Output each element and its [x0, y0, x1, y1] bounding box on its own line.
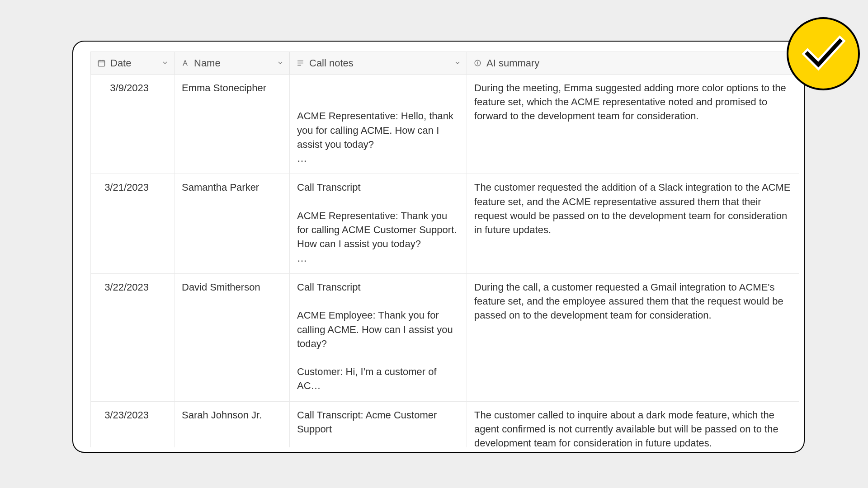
- cell-call-notes[interactable]: ACME Representative: Hello, thank you fo…: [290, 75, 467, 174]
- column-header-call-notes[interactable]: Call notes: [290, 52, 467, 75]
- cell-ai-summary[interactable]: The customer called to inquire about a d…: [467, 401, 799, 447]
- chevron-down-icon[interactable]: [161, 57, 169, 69]
- cell-name[interactable]: Samantha Parker: [175, 174, 290, 273]
- cell-name[interactable]: Emma Stonecipher: [175, 75, 290, 174]
- notes-icon: [296, 59, 305, 67]
- svg-rect-0: [98, 61, 104, 66]
- cell-ai-summary[interactable]: The customer requested the addition of a…: [467, 174, 799, 273]
- table-wrap: Date Name: [90, 52, 799, 447]
- cell-name[interactable]: David Smitherson: [175, 273, 290, 401]
- cell-date[interactable]: 3/23/2023: [91, 401, 175, 447]
- checkmark-icon: [800, 29, 847, 78]
- column-header-date[interactable]: Date: [91, 52, 175, 75]
- approved-badge: [787, 17, 860, 90]
- column-header-call-notes-label: Call notes: [309, 57, 354, 69]
- cell-call-notes[interactable]: Call Transcript ACME Employee: Thank you…: [290, 273, 467, 401]
- table-header-row: Date Name: [91, 52, 799, 75]
- table-row[interactable]: 3/23/2023 Sarah Johnson Jr. Call Transcr…: [91, 401, 799, 447]
- cell-ai-summary[interactable]: During the meeting, Emma suggested addin…: [467, 75, 799, 174]
- table-row[interactable]: 3/21/2023 Samantha Parker Call Transcrip…: [91, 174, 799, 273]
- cell-date[interactable]: 3/21/2023: [91, 174, 175, 273]
- call-log-table: Date Name: [90, 52, 799, 447]
- cell-date[interactable]: 3/9/2023: [91, 75, 175, 174]
- cell-call-notes[interactable]: Call Transcript ACME Representative: Tha…: [290, 174, 467, 273]
- column-header-ai-summary-label: AI summary: [486, 57, 539, 69]
- table-row[interactable]: 3/9/2023 Emma Stonecipher ACME Represent…: [91, 75, 799, 174]
- table-row[interactable]: 3/22/2023 David Smitherson Call Transcri…: [91, 273, 799, 401]
- column-header-ai-summary[interactable]: AI summary: [467, 52, 799, 75]
- calendar-icon: [97, 59, 106, 67]
- sparkle-icon: [473, 59, 482, 67]
- cell-date[interactable]: 3/22/2023: [91, 273, 175, 401]
- chevron-down-icon[interactable]: [454, 57, 461, 69]
- text-type-icon: [181, 59, 189, 67]
- chevron-down-icon[interactable]: [277, 57, 284, 69]
- cell-name[interactable]: Sarah Johnson Jr.: [175, 401, 290, 447]
- column-header-name[interactable]: Name: [175, 52, 290, 75]
- column-header-date-label: Date: [110, 57, 131, 69]
- cell-call-notes[interactable]: Call Transcript: Acme Customer Support C…: [290, 401, 467, 447]
- column-header-name-label: Name: [194, 57, 221, 69]
- table-card: Date Name: [72, 41, 805, 453]
- cell-ai-summary[interactable]: During the call, a customer requested a …: [467, 273, 799, 401]
